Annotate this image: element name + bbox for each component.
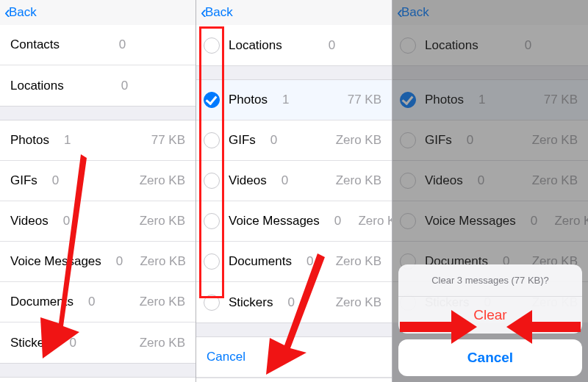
row-gifs[interactable]: GIFs 0 Zero KB [0,161,196,201]
select-circle-icon[interactable] [204,37,220,54]
select-circle-icon[interactable] [204,295,220,311]
row-size: Zero KB [334,295,381,310]
row-videos[interactable]: Videos 0 Zero KB [196,161,392,201]
row-size: 77 KB [137,133,185,148]
section-gap [196,65,392,80]
cancel-button[interactable]: Cancel [196,337,392,378]
section-gap [0,106,196,120]
select-circle-icon[interactable] [204,132,220,148]
row-videos[interactable]: Videos 0 Zero KB [0,201,196,242]
row-count: 0 [273,295,309,310]
row-stickers[interactable]: Stickers 0 Zero KB [0,322,196,363]
row-size: 77 KB [334,93,381,107]
sheet-cancel-button[interactable]: Cancel [398,339,582,376]
manage-button[interactable]: Manage… [0,378,196,382]
row-count: 0 [54,336,91,350]
row-label: Locations [229,38,282,53]
row-label: Contacts [10,37,60,52]
row-photos[interactable]: Photos 1 77 KB [0,120,196,161]
select-circle-icon[interactable] [204,213,220,229]
sheet-message: Clear 3 messages (77 KB)? [398,264,582,297]
row-count: 1 [49,133,86,148]
row-label: Photos [10,133,49,148]
row-count: 0 [282,38,381,53]
back-button[interactable]: ‹ Back [201,4,233,21]
select-circle-icon[interactable] [204,173,220,189]
row-size: Zero KB [137,173,185,188]
row-count: 0 [320,214,356,228]
row-count: 0 [292,254,329,269]
row-label: Photos [229,93,268,107]
row-size: Zero KB [138,254,186,269]
row-label: Stickers [229,295,273,310]
row-size: Zero KB [356,214,392,228]
row-label: Videos [10,214,49,228]
row-label: Documents [229,254,292,269]
row-documents[interactable]: Documents 0 Zero KB [0,282,196,322]
row-count: 0 [49,214,85,228]
section-gap [0,363,196,378]
sheet-clear-button[interactable]: Clear [398,297,582,334]
row-label: Videos [229,173,267,188]
nav-bar: ‹ Back [196,0,392,25]
back-button[interactable]: ‹ Back [4,4,37,21]
row-label: Stickers [10,336,54,350]
row-voice[interactable]: Voice Messages 0 Zero KB [0,242,196,282]
row-count: 0 [64,79,185,93]
back-label: Back [205,5,233,20]
row-label: Voice Messages [10,254,101,269]
row-size: Zero KB [334,254,381,269]
row-locations[interactable]: Locations 0 [0,65,196,106]
row-label: Voice Messages [229,214,320,228]
screen-storage-overview: ‹ Back Contacts 0 Locations 0 Photos 1 7… [0,0,196,382]
screen-clear-confirm: ‹ Back Locations 0 Photos 1 77 KB GIFs [392,0,588,382]
back-label: Back [9,5,37,20]
row-count: 0 [60,37,185,52]
row-gifs[interactable]: GIFs 0 Zero KB [196,120,392,161]
row-label: Documents [10,295,74,309]
row-documents[interactable]: Documents 0 Zero KB [196,242,392,282]
row-size: Zero KB [334,173,381,188]
cancel-label: Cancel [207,350,245,364]
row-size: Zero KB [137,336,185,350]
row-photos[interactable]: Photos 1 77 KB [196,80,392,120]
row-label: Locations [10,79,64,93]
row-count: 0 [37,173,74,188]
row-contacts[interactable]: Contacts 0 [0,25,196,65]
nav-bar: ‹ Back [0,0,196,25]
screen-manage-select: ‹ Back Locations 0 Photos 1 77 KB GIFs [196,0,392,382]
select-circle-icon[interactable] [204,253,220,270]
row-label: GIFs [229,133,256,148]
row-size: Zero KB [334,133,381,148]
row-size: Zero KB [137,295,185,309]
row-count: 0 [256,133,293,148]
row-locations[interactable]: Locations 0 [196,25,392,65]
row-count: 0 [267,173,304,188]
action-sheet: Clear 3 messages (77 KB)? Clear Cancel [398,264,582,376]
select-circle-checked-icon[interactable] [204,92,220,108]
row-stickers[interactable]: Stickers 0 Zero KB [196,282,392,322]
row-count: 1 [268,93,304,107]
row-label: GIFs [10,173,37,188]
section-gap [196,322,392,337]
row-count: 0 [74,295,110,309]
clear-button[interactable]: Clear [196,378,392,382]
row-voice[interactable]: Voice Messages 0 Zero KB [196,201,392,242]
row-size: Zero KB [137,214,185,228]
row-count: 0 [101,254,138,269]
action-sheet-group: Clear 3 messages (77 KB)? Clear [398,264,582,334]
